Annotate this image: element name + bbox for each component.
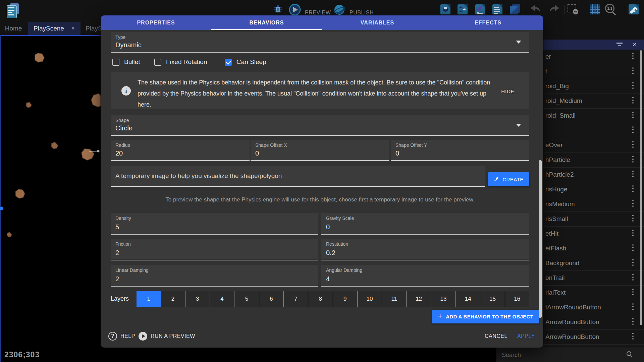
item-menu-icon[interactable]: [632, 274, 634, 281]
layer-button-10[interactable]: 10: [358, 291, 382, 307]
open-objects-editor-icon[interactable]: [440, 4, 451, 15]
angular-damping-field[interactable]: Angular Damping 4: [321, 265, 529, 287]
active-tab-underline: [211, 29, 322, 30]
layers-panel-icon[interactable]: [509, 4, 521, 15]
panel-close-icon[interactable]: ×: [633, 40, 637, 48]
toolbar-separator: [564, 5, 565, 14]
publish-button[interactable]: PUBLISH: [333, 3, 375, 15]
undo-icon[interactable]: [530, 4, 542, 14]
cancel-button[interactable]: CANCEL: [485, 333, 507, 339]
item-menu-icon[interactable]: [632, 230, 634, 236]
dialog-tab-behaviors[interactable]: BEHAVIORS: [211, 15, 322, 30]
filter-icon[interactable]: [616, 43, 623, 47]
temp-image-field[interactable]: A temporary image to help you visualize …: [111, 166, 485, 187]
item-menu-icon[interactable]: [632, 333, 634, 340]
dialog-tab-bar: PROPERTIES BEHAVIORS VARIABLES EFFECTS: [101, 15, 543, 30]
project-manager-icon[interactable]: [5, 3, 20, 18]
item-menu-icon[interactable]: [632, 67, 634, 74]
fixed-rotation-checkbox[interactable]: [154, 59, 161, 66]
item-menu-icon[interactable]: [632, 200, 634, 207]
type-select[interactable]: Type Dynamic: [111, 32, 529, 53]
tab-playscene[interactable]: PlayScene ×: [28, 22, 80, 35]
friction-field[interactable]: Friction 2: [111, 239, 318, 260]
layer-button-12[interactable]: 12: [407, 291, 431, 307]
add-behavior-button[interactable]: + ADD A BEHAVIOR TO THE OBJECT: [432, 310, 539, 323]
item-menu-icon[interactable]: [632, 141, 634, 148]
panel-scrollbar[interactable]: [640, 50, 642, 325]
object-search-bar[interactable]: Search: [496, 348, 644, 362]
layer-button-3[interactable]: 3: [185, 291, 210, 307]
item-menu-icon[interactable]: [632, 289, 634, 295]
open-object-groups-icon[interactable]: [457, 4, 468, 15]
layer-button-7[interactable]: 7: [284, 291, 308, 307]
gravity-scale-field[interactable]: Gravity Scale 0: [321, 213, 529, 235]
radius-field[interactable]: Radius 20: [111, 140, 250, 161]
item-menu-icon[interactable]: [632, 82, 634, 89]
redo-icon[interactable]: [548, 4, 560, 14]
linear-damping-field[interactable]: Linear Damping 2: [111, 265, 318, 287]
item-menu-icon[interactable]: [632, 171, 634, 177]
layer-button-4[interactable]: 4: [210, 291, 234, 307]
search-input[interactable]: Search: [502, 352, 521, 359]
density-field[interactable]: Density 5: [111, 213, 318, 235]
chevron-down-icon: [516, 41, 521, 44]
shape-offset-x-field[interactable]: Shape Offset X 0: [251, 140, 389, 161]
restitution-field[interactable]: Restitution 0.2: [321, 239, 529, 260]
tab-home[interactable]: Home: [4, 22, 23, 35]
shape-select[interactable]: Shape Circle: [111, 115, 529, 136]
layer-button-16[interactable]: 16: [505, 291, 529, 307]
layer-button-8[interactable]: 8: [308, 291, 333, 307]
item-menu-icon[interactable]: [632, 126, 634, 133]
apply-button[interactable]: APPLY: [517, 333, 535, 339]
help-button[interactable]: ? HELP: [108, 332, 135, 341]
item-menu-icon[interactable]: [632, 112, 634, 118]
item-menu-icon[interactable]: [632, 185, 634, 192]
info-icon: i: [121, 86, 131, 96]
layer-button-11[interactable]: 11: [382, 291, 407, 307]
fixed-rotation-checkbox-group[interactable]: Fixed Rotation: [154, 58, 207, 66]
edit-scene-icon[interactable]: [475, 4, 486, 15]
item-menu-icon[interactable]: [632, 244, 634, 251]
layer-button-15[interactable]: 15: [480, 291, 505, 307]
chevron-down-icon: [516, 124, 521, 127]
scene-tools-icon[interactable]: [628, 4, 639, 15]
tab-close-icon[interactable]: ×: [71, 25, 75, 32]
run-preview-button[interactable]: RUN A PREVIEW: [139, 332, 195, 341]
item-menu-icon[interactable]: [632, 215, 634, 222]
play-icon: [288, 3, 301, 16]
grid-icon[interactable]: [589, 4, 600, 15]
zoom-original-icon[interactable]: 1:1: [605, 4, 619, 16]
layer-button-1[interactable]: 1: [137, 291, 161, 307]
item-menu-icon[interactable]: [632, 156, 634, 163]
layer-button-2[interactable]: 2: [161, 291, 185, 307]
publish-label: PUBLISH: [350, 10, 374, 16]
can-sleep-checkbox-group[interactable]: Can Sleep: [225, 58, 266, 66]
layer-button-9[interactable]: 9: [333, 291, 358, 307]
item-menu-icon[interactable]: [632, 53, 634, 59]
toolbar-separator: [526, 5, 526, 14]
dialog-scrollbar[interactable]: [539, 160, 542, 318]
bullet-checkbox-group[interactable]: Bullet: [112, 58, 140, 66]
scene-properties-icon[interactable]: [492, 4, 503, 15]
layer-button-6[interactable]: 6: [259, 291, 284, 307]
create-button[interactable]: CREATE: [488, 172, 529, 186]
dialog-tab-properties[interactable]: PROPERTIES: [101, 15, 211, 30]
layer-button-5[interactable]: 5: [234, 291, 259, 307]
item-menu-icon[interactable]: [632, 97, 634, 104]
item-menu-icon[interactable]: [632, 259, 634, 266]
item-menu-icon[interactable]: [632, 318, 634, 325]
shape-offset-y-field[interactable]: Shape Offset Y 0: [391, 140, 529, 161]
cursor-coordinates: 2306;303: [4, 350, 40, 359]
dialog-tab-variables[interactable]: VARIABLES: [322, 15, 433, 30]
debugger-icon[interactable]: [272, 4, 284, 15]
bullet-checkbox[interactable]: [112, 59, 119, 66]
layer-button-14[interactable]: 14: [456, 291, 480, 307]
hide-button[interactable]: HIDE: [498, 86, 517, 96]
dialog-tab-effects[interactable]: EFFECTS: [433, 15, 543, 30]
layer-button-13[interactable]: 13: [431, 291, 456, 307]
can-sleep-checkbox[interactable]: [225, 59, 232, 66]
asteroid-sprite: [26, 102, 32, 108]
item-menu-icon[interactable]: [632, 303, 634, 310]
preview-button[interactable]: PREVIEW: [288, 3, 330, 15]
deselect-instances-icon[interactable]: [568, 4, 580, 14]
